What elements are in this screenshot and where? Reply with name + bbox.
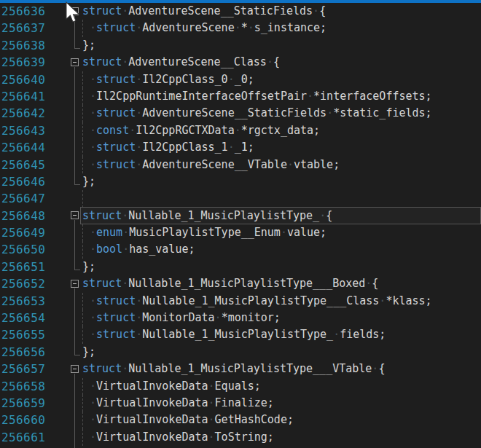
line-number[interactable]: 256655 xyxy=(0,326,71,343)
code-text[interactable]: }; xyxy=(82,344,481,361)
code-text[interactable]: ·struct·Nullable_1_MusicPlaylistType_·fi… xyxy=(82,326,481,343)
code-line[interactable]: 256649·enum·MusicPlaylistType__Enum·valu… xyxy=(0,224,481,241)
code-line[interactable]: 256660·VirtualInvokeData·GetHashCode; xyxy=(0,412,481,428)
whitespace-dot: · xyxy=(365,277,372,290)
code-line[interactable]: 256659·VirtualInvokeData·Finalize; xyxy=(0,395,481,412)
code-line[interactable]: 256644·struct·Il2CppClass_1·_1; xyxy=(0,139,481,156)
code-text[interactable]: ·VirtualInvokeData·GetHashCode; xyxy=(82,412,481,428)
code-line[interactable]: 256653·struct·Nullable_1_MusicPlaylistTy… xyxy=(0,293,481,310)
code-token: AdventureScene__StaticFields xyxy=(142,106,326,119)
code-line[interactable]: 256638}; xyxy=(0,37,481,54)
fold-collapse-icon[interactable] xyxy=(71,7,79,15)
code-text[interactable]: ·bool·has_value; xyxy=(82,241,481,258)
whitespace-dot: · xyxy=(122,209,128,222)
code-line[interactable]: 256658·VirtualInvokeData·Equals; xyxy=(0,378,481,395)
fold-margin xyxy=(71,395,82,412)
line-number[interactable]: 256652 xyxy=(0,275,71,292)
line-number[interactable]: 256645 xyxy=(0,157,71,173)
line-number[interactable]: 256640 xyxy=(0,71,71,88)
code-text[interactable]: ·const·Il2CppRGCTXData·*rgctx_data; xyxy=(82,122,481,139)
code-token: MonitorData xyxy=(142,311,214,324)
code-line[interactable]: 256643·const·Il2CppRGCTXData·*rgctx_data… xyxy=(0,122,481,139)
code-line[interactable]: 256652struct·Nullable_1_MusicPlaylistTyp… xyxy=(0,275,481,292)
code-token: Il2CppRGCTXData xyxy=(136,124,234,137)
fold-collapse-icon[interactable] xyxy=(71,211,79,219)
fold-collapse-icon[interactable] xyxy=(71,280,79,288)
code-line[interactable]: 256642·struct·AdventureScene__StaticFiel… xyxy=(0,105,481,122)
code-line[interactable]: 256640·struct·Il2CppClass_0·_0; xyxy=(0,71,481,88)
editor-code-area[interactable]: 256636struct·AdventureScene__StaticField… xyxy=(0,3,481,448)
fold-collapse-icon[interactable] xyxy=(71,58,79,66)
line-number[interactable]: 256647 xyxy=(0,190,71,207)
line-number[interactable]: 256641 xyxy=(0,88,71,105)
line-number[interactable]: 256637 xyxy=(0,20,71,36)
code-line[interactable]: 256656}; xyxy=(0,344,481,361)
code-text[interactable]: ·struct·AdventureScene__StaticFields·*st… xyxy=(82,105,481,122)
code-text[interactable]: struct·Nullable_1_MusicPlaylistType_·{ xyxy=(82,208,481,224)
line-number[interactable]: 256660 xyxy=(0,412,71,428)
code-line[interactable]: 256650·bool·has_value; xyxy=(0,241,481,258)
line-number[interactable]: 256656 xyxy=(0,344,71,361)
code-line[interactable]: 256637·struct·AdventureScene·*·s_instanc… xyxy=(0,20,481,36)
line-number[interactable]: 256638 xyxy=(0,37,71,54)
line-number[interactable]: 256646 xyxy=(0,173,71,190)
fold-connector-line xyxy=(74,310,75,326)
whitespace-dot: · xyxy=(333,328,340,341)
code-line[interactable]: 256661·VirtualInvokeData·ToString; xyxy=(0,429,481,446)
code-text[interactable] xyxy=(82,190,481,207)
line-number[interactable]: 256650 xyxy=(0,241,71,258)
code-text[interactable]: ·struct·Il2CppClass_0·_0; xyxy=(82,71,481,88)
code-line[interactable]: 256654·struct·MonitorData·*monitor; xyxy=(0,310,481,326)
code-text[interactable]: struct·AdventureScene__StaticFields·{ xyxy=(82,3,481,20)
code-text[interactable]: ·enum·MusicPlaylistType__Enum·value; xyxy=(82,224,481,241)
code-text[interactable]: ·struct·AdventureScene·*·s_instance; xyxy=(82,20,481,36)
code-text[interactable]: ·VirtualInvokeData·Equals; xyxy=(82,378,481,395)
code-line[interactable]: 256636struct·AdventureScene__StaticField… xyxy=(0,3,481,20)
code-line[interactable]: 256639struct·AdventureScene__Class·{ xyxy=(0,54,481,71)
code-line[interactable]: 256646}; xyxy=(0,173,481,190)
code-text[interactable]: ·struct·Il2CppClass_1·_1; xyxy=(82,139,481,156)
code-text[interactable]: struct·Nullable_1_MusicPlaylistType___Bo… xyxy=(82,275,481,292)
line-number[interactable]: 256653 xyxy=(0,293,71,310)
code-text[interactable]: ·Il2CppRuntimeInterfaceOffsetPair·*inter… xyxy=(82,88,481,105)
fold-margin xyxy=(71,20,82,36)
code-line[interactable]: 256647 xyxy=(0,190,481,207)
code-text[interactable]: ·struct·AdventureScene__VTable·vtable; xyxy=(82,157,481,173)
code-text[interactable]: struct·AdventureScene__Class·{ xyxy=(82,54,481,71)
code-text[interactable]: struct·Nullable_1_MusicPlaylistType___VT… xyxy=(82,361,481,377)
code-line[interactable]: 256648struct·Nullable_1_MusicPlaylistTyp… xyxy=(0,208,481,224)
line-number[interactable]: 256661 xyxy=(0,429,71,446)
whitespace-dot: · xyxy=(313,4,319,17)
line-number[interactable]: 256644 xyxy=(0,139,71,156)
line-number[interactable]: 256654 xyxy=(0,310,71,326)
code-line[interactable]: 256641·Il2CppRuntimeInterfaceOffsetPair·… xyxy=(0,88,481,105)
line-number[interactable]: 256659 xyxy=(0,395,71,412)
fold-end-corner xyxy=(74,48,80,49)
whitespace-dot: · xyxy=(228,141,235,154)
line-number[interactable]: 256658 xyxy=(0,378,71,395)
code-line[interactable]: 256645·struct·AdventureScene__VTable·vta… xyxy=(0,157,481,173)
code-text[interactable]: ·VirtualInvokeData·ToString; xyxy=(82,429,481,446)
fold-margin xyxy=(71,54,82,71)
line-number[interactable]: 256651 xyxy=(0,259,71,275)
code-text[interactable]: }; xyxy=(82,37,481,54)
fold-margin xyxy=(71,139,82,156)
code-line[interactable]: 256651}; xyxy=(0,259,481,275)
line-number[interactable]: 256639 xyxy=(0,54,71,71)
fold-collapse-icon[interactable] xyxy=(71,365,79,373)
code-text[interactable]: }; xyxy=(82,173,481,190)
line-number[interactable]: 256643 xyxy=(0,122,71,139)
code-text[interactable]: ·VirtualInvokeData·Finalize; xyxy=(82,395,481,412)
code-text[interactable]: ·struct·MonitorData·*monitor; xyxy=(82,310,481,326)
code-text[interactable]: ·struct·Nullable_1_MusicPlaylistType___C… xyxy=(82,293,481,310)
whitespace-dot: · xyxy=(122,277,128,290)
line-number[interactable]: 256649 xyxy=(0,224,71,241)
code-line[interactable]: 256657struct·Nullable_1_MusicPlaylistTyp… xyxy=(0,361,481,377)
line-number[interactable]: 256648 xyxy=(0,208,71,224)
line-number[interactable]: 256657 xyxy=(0,361,71,377)
line-number[interactable]: 256636 xyxy=(0,3,71,20)
whitespace-dot: · xyxy=(136,294,142,307)
code-line[interactable]: 256655·struct·Nullable_1_MusicPlaylistTy… xyxy=(0,326,481,343)
code-text[interactable]: }; xyxy=(82,259,481,275)
line-number[interactable]: 256642 xyxy=(0,105,71,122)
